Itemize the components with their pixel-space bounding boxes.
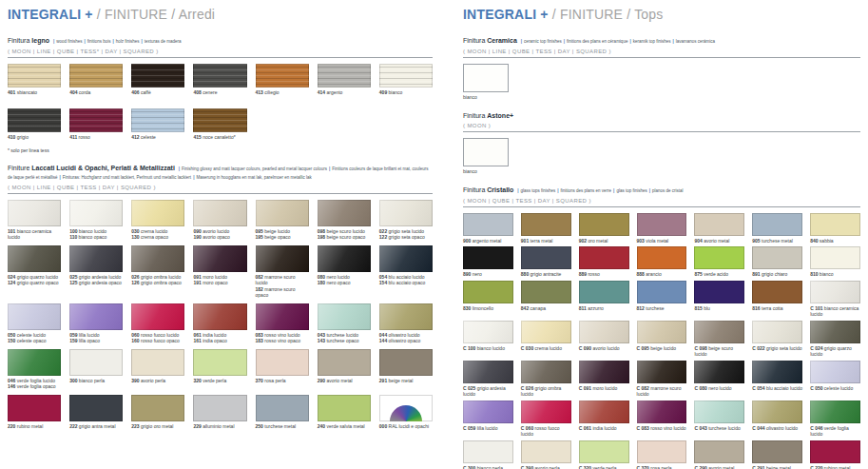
color-sample [694, 281, 744, 303]
swatch-label: C 054 blu acciaio lucido [752, 385, 802, 392]
swatch-c-320-verde-perla: C 320 verde perla [579, 440, 629, 469]
color-sample [69, 245, 123, 272]
swatch-label: C 320 verde perla [579, 465, 629, 469]
program-list: ( MOON | LINE | QUBE | TESS* | DAY | SQU… [8, 49, 433, 54]
swatch-c-098-beige-scuro-lucido: C 098 beige scuro lucido [694, 321, 744, 358]
divider-rule [8, 57, 433, 58]
swatch-label: C 370 rosa perla [637, 465, 687, 469]
swatch-c-090-avorio-lucido: C 090 avorio lucido [579, 321, 629, 358]
swatch-label: 098 beige scuro lucido198 beige scuro op… [318, 228, 371, 241]
language-tag: ceramic top finishes [524, 39, 562, 44]
color-sample [379, 349, 433, 376]
swatch-223-grigio-oro-metal: 223 grigio oro metal [131, 395, 184, 430]
swatch-c-025-grigio-ardesia-lucido: C 025 grigio ardesia lucido [463, 361, 513, 398]
swatch-label: 370 rosa perla [256, 378, 309, 384]
swatch-c-082-marrone-scuro-lucido: C 082 marrone scuro lucido [637, 361, 687, 398]
color-sample [752, 440, 802, 463]
section-language-tags: |wood finishes|finitions bois|holz finis… [51, 39, 182, 44]
swatch-label: 902 oro metal [579, 238, 629, 244]
color-sample [69, 200, 123, 226]
swatch-c-022-grigio-seta-lucido: C 022 grigio seta lucido [752, 321, 802, 358]
brand-title: INTEGRALI + [8, 7, 93, 22]
color-sample [193, 200, 246, 226]
swatch-083-rosso-vino-lucido: 083 rosso vino lucido183 rosso vino opac… [256, 303, 309, 344]
language-tag: planos de cristal [652, 188, 684, 193]
swatch-label: 415 noce canaletto* [193, 134, 246, 141]
tag-separator: | [517, 188, 518, 193]
tag-separator: | [613, 188, 614, 193]
color-sample [752, 361, 802, 383]
swatch-label: 100 bianco lucido110 bianco opaco [69, 228, 123, 241]
color-sample [810, 401, 860, 423]
swatch-c-030-crema-lucido: C 030 crema lucido [521, 321, 571, 358]
color-sample [521, 321, 571, 343]
swatch-label: 904 avorio metal [694, 238, 744, 244]
swatch-c-044-olivastro-lucido: C 044 olivastro lucido [752, 401, 802, 438]
program-list: ( MOON | LINE | QUBE | TESS | DAY | SQUA… [463, 49, 860, 54]
color-sample [69, 303, 123, 330]
swatch-c-043-turchese-lucido: C 043 turchese lucido [694, 401, 744, 438]
color-sample [379, 395, 433, 421]
swatch-label: 414 argento [318, 89, 371, 96]
swatch-label: C 080 nero lucido [694, 385, 744, 392]
swatch-c-083-rosso-vino-lucido: C 083 rosso vino lucido [637, 401, 687, 438]
section-finitura-astone: Finitura Astone+ ( MOON ) bianco [463, 112, 860, 175]
swatch-label: C 291 beige metal [752, 465, 802, 469]
swatch-c-100-bianco-lucido: C 100 bianco lucido [463, 321, 513, 358]
swatch-label: 409 bianco [379, 89, 433, 96]
color-sample [463, 401, 513, 423]
swatch-label: 811 azzurro [579, 305, 629, 312]
swatch-904-avorio-metal: 904 avorio metal [694, 213, 744, 244]
color-sample [463, 138, 509, 166]
page-arredi: INTEGRALI + / FINITURE / Arredi Finitura… [8, 8, 433, 429]
swatch-label: 054 blu acciaio lucido154 blu acciaio op… [379, 274, 433, 286]
color-sample [8, 200, 61, 226]
swatch-label: 842 canapa [521, 305, 571, 312]
swatch-label: 044 olivastro lucido144 olivastro opaco [379, 332, 433, 344]
color-sample [579, 440, 629, 463]
swatch-901-terra-metal: 901 terra metal [521, 213, 571, 244]
swatch-082-marrone-scuro-lucido: 082 marrone scuro lucido182 marrone scur… [256, 245, 309, 299]
swatch-label: C 026 grigio ombra lucido [521, 385, 571, 398]
cristallo-swatch-grid: 900 argento metal901 terra metal902 oro … [463, 213, 860, 469]
swatch-059-lilla-lucido: 059 lilla lucido159 lilla opaco [69, 303, 123, 344]
swatch-label: 810 bianco [810, 271, 860, 278]
swatch-label: 889 rosso [579, 271, 629, 278]
swatch-label: C 024 grigio quarzo lucido [810, 345, 860, 358]
color-sample [521, 213, 571, 236]
color-sample [379, 64, 433, 88]
swatch-c-050-celeste-lucido: C 050 celeste lucido [810, 361, 860, 398]
swatch-291-beige-metal: 291 beige metal [379, 349, 433, 390]
swatch-label: 095 beige lucido195 beige opaco [256, 228, 309, 241]
swatch-411-rosso: 411 rosso [69, 108, 123, 141]
swatch-label: C 290 avorio metal [694, 465, 744, 469]
swatch-220-rubino-metal: 220 rubino metal [8, 395, 61, 430]
swatch-100-bianco-lucido: 100 bianco lucido110 bianco opaco [69, 200, 123, 241]
color-sample [579, 361, 629, 383]
color-sample [579, 401, 629, 423]
swatch-408-cenere: 408 cenere [193, 64, 246, 96]
section-header: Finiture Laccati Lucidi & Opachi, Perlat… [8, 165, 433, 182]
swatch-404-corda: 404 corda [69, 64, 123, 96]
page-tops: INTEGRALI + / FINITURE / Tops Finitura C… [463, 8, 860, 469]
color-sample [379, 200, 433, 226]
swatch-label: C 090 avorio lucido [579, 345, 629, 352]
color-sample [193, 303, 246, 330]
section-label: Finitura [463, 186, 485, 193]
color-sample [521, 401, 571, 423]
swatch-label: C 091 moro lucido [579, 385, 629, 392]
color-sample [131, 303, 184, 330]
color-sample [637, 440, 687, 463]
color-sample [463, 281, 513, 303]
color-sample [810, 321, 860, 343]
tag-separator: | [649, 188, 650, 193]
swatch-810-bianco: 810 bianco [810, 246, 860, 278]
page-title-arredi: INTEGRALI + / FINITURE / Arredi [8, 8, 433, 22]
swatch-label: 083 rosso vino lucido183 rosso vino opac… [256, 332, 309, 344]
color-sample [131, 245, 184, 272]
swatch-902-oro-metal: 902 oro metal [579, 213, 629, 244]
color-sample [637, 213, 687, 236]
swatch-label: 410 grigio [8, 134, 61, 141]
color-sample [637, 246, 687, 269]
color-sample [318, 200, 371, 226]
